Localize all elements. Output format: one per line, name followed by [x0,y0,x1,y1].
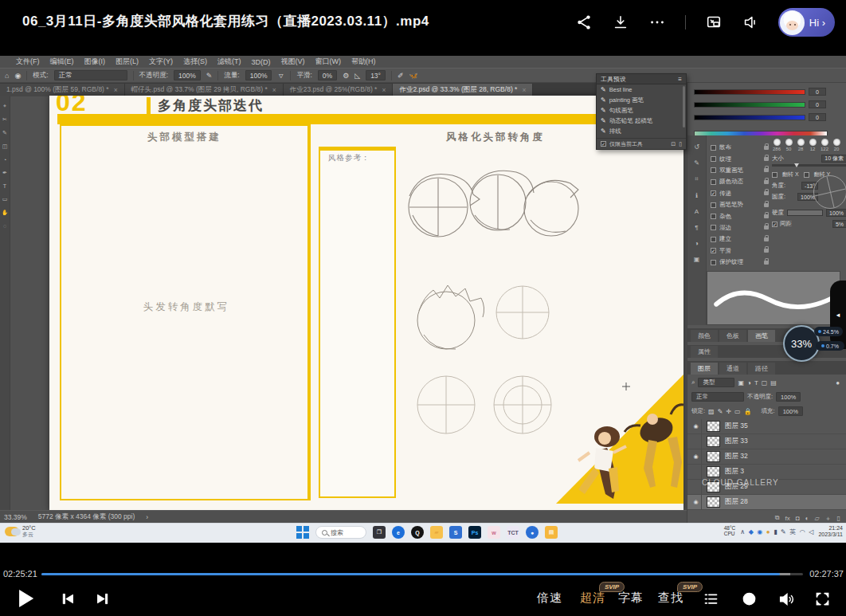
taskbar-app[interactable]: S [449,526,462,539]
side-flyout-handle[interactable]: ◂ [830,281,846,349]
playlist-icon[interactable] [703,590,719,607]
blend-mode-select[interactable]: 正常 [54,70,127,80]
brush-angle-value[interactable]: 13° [366,70,386,80]
canvas-document[interactable]: 02 多角度头部迭代 头部模型搭建 风格化头部转角度 风格参考： 头发转角度默写 [49,96,683,511]
menu-item[interactable]: 滤镜(T) [217,57,241,67]
blue-value[interactable]: 0 [809,113,826,121]
user-account-button[interactable]: Hi › [778,8,835,37]
size-value[interactable]: 10 像素 [821,155,846,163]
lock-icon[interactable] [764,203,769,207]
layer-row[interactable]: ◉ 图层 33 [687,434,846,449]
brush-option-checkbox[interactable] [711,190,716,196]
delete-layer-icon[interactable]: ▯ [837,515,840,522]
mute-icon[interactable] [742,14,759,31]
menu-item[interactable]: 文字(Y) [149,57,173,67]
menu-item[interactable]: 视图(V) [281,57,305,67]
brush-option-checkbox[interactable] [711,156,716,162]
new-layer-icon[interactable]: ＋ [825,514,832,523]
start-button[interactable] [296,526,309,539]
document-tab[interactable]: 作业23.psd @ 25%(RGB/8) *× [284,84,394,96]
blue-slider[interactable] [694,115,805,120]
lock-artboard-icon[interactable]: ▭ [734,408,741,415]
pressure-opacity-icon[interactable]: ✎ [206,72,213,80]
layer-thumbnail[interactable] [707,466,720,477]
brush-option-checkbox[interactable] [711,179,716,185]
home-icon[interactable]: ⌂ [5,72,9,80]
panel-tab[interactable]: 色板 [719,330,746,342]
layer-row[interactable]: ◉ 图层 29 [687,480,846,495]
layer-mask-icon[interactable]: ◘ [796,515,800,522]
brush-option-row[interactable]: 颜色动态 [708,176,770,187]
tool-preset-item[interactable]: ✎ 排线 [597,126,686,136]
menu-item[interactable]: 帮助(H) [351,57,376,67]
play-button[interactable] [13,587,37,610]
current-tool-only-checkbox[interactable] [601,141,606,147]
system-tray[interactable]: ∧ ◆ ◉ ● ▮ ✎ 英 ◠ ◁ [740,528,813,536]
layer-thumbnail[interactable] [707,421,720,432]
weather-widget[interactable]: 20°C 多云 [5,525,36,538]
photoshop-toolbox[interactable]: ⌖✂✎ ◫◔✒ T▭✋ ◌ [0,96,10,510]
taskbar-app[interactable]: e [392,526,405,539]
brush-option-checkbox[interactable] [711,225,716,230]
volume-icon[interactable] [777,590,795,608]
taskbar-clock[interactable]: 21:24 2023/3/11 [818,525,843,538]
brush-tip[interactable]: 28 [796,139,805,151]
green-value[interactable]: 0 [809,100,826,108]
link-layers-icon[interactable]: ⧉ [775,514,780,522]
brush-option-checkbox[interactable] [711,167,716,173]
opacity-value[interactable]: 100% [174,70,201,80]
brush-option-row[interactable]: 画笔笔势 [708,199,770,210]
menu-item[interactable]: 3D(D) [252,58,271,66]
brush-option-row[interactable]: 保护纹理 [708,257,770,268]
find-button[interactable]: 查找 [658,590,683,606]
filter-text-icon[interactable]: T [754,379,758,386]
brush-option-row[interactable]: 杂色 [708,210,770,222]
fill-value[interactable]: 100% [778,406,803,416]
lock-icon[interactable] [764,237,769,241]
lock-icon[interactable] [764,261,769,265]
symmetry-icon[interactable]: 🦋 [409,72,418,80]
layer-visibility-icon[interactable]: ◉ [693,453,698,460]
previous-button[interactable] [59,590,76,607]
size-slider[interactable] [772,164,846,167]
brush-option-row[interactable]: 传递 [708,188,770,199]
lock-icon[interactable] [764,214,769,218]
tool-preset-item[interactable]: ✎ Best line [597,84,686,95]
lock-icon[interactable] [764,249,769,253]
brush-option-checkbox[interactable] [711,237,716,242]
angle-roundness-control[interactable] [813,175,846,209]
layer-opacity-value[interactable]: 100% [776,392,801,402]
taskbar-app[interactable]: w [488,526,500,539]
new-preset-icon[interactable]: ⊡ [671,141,676,147]
hardness-value[interactable]: 100% [826,209,846,217]
taskbar-app[interactable]: ❐ [373,526,386,539]
subtitles-button[interactable]: 字幕 [618,590,644,606]
brush-option-checkbox[interactable] [711,260,716,265]
tool-preset-item[interactable]: ✎ 动态铅笔 起稿笔 [597,116,686,126]
tool-preset-item[interactable]: ✎ 勾线画笔 [597,105,686,116]
lock-icon[interactable] [764,157,769,161]
smoothing-gear-icon[interactable]: ⚙ [343,72,349,80]
more-options-icon[interactable] [648,14,666,31]
fullscreen-icon[interactable] [814,590,831,607]
layer-thumbnail[interactable] [707,496,720,508]
panel-tab[interactable]: 画笔 [748,330,775,342]
lock-all-icon[interactable]: 🔒 [744,408,752,415]
filter-type-select[interactable]: 类型 [698,378,734,387]
taskbar-app[interactable]: Ps [468,526,481,539]
filter-adjustment-icon[interactable]: ◑ [747,379,751,386]
document-tab[interactable]: 作业2.psd @ 33.3% (图层 28, RGB/8) *× [393,84,533,96]
layer-row[interactable]: ◉ 图层 32 [687,449,846,465]
scrollbar[interactable] [683,86,685,128]
lock-icon[interactable] [764,146,769,150]
brush-tip[interactable]: 20 [832,139,841,151]
filter-shape-icon[interactable]: ▢ [762,379,768,386]
lock-pixels-icon[interactable]: ✎ [718,408,723,415]
panel-menu-icon[interactable]: ≡ [678,76,682,83]
pressure-size-icon[interactable]: ✐ [398,72,404,80]
spacing-checkbox[interactable] [772,222,777,227]
layer-thumbnail[interactable] [707,451,720,462]
brush-tip[interactable]: 122 [820,139,829,151]
brush-tip[interactable]: 286 [772,139,781,151]
taskbar-app[interactable]: Q [411,526,424,539]
